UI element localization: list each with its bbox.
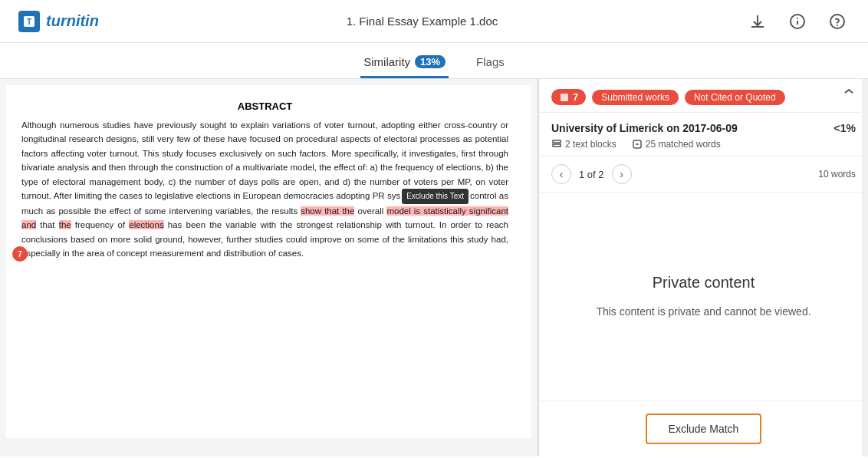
document-paragraph: Although numerous studies have previousl… [21,118,508,261]
svg-point-6 [837,25,838,26]
info-button[interactable] [785,9,810,34]
private-description: This content is private and cannot be vi… [596,304,810,320]
match-percent: <1% [834,122,856,134]
document-title: 1. Final Essay Example 1.doc [347,15,498,28]
abstract-heading: ABSTRACT [21,100,508,112]
collapse-button[interactable] [842,88,856,106]
next-page-button[interactable]: › [612,164,632,184]
tabs-bar: Similarity 13% Flags [0,43,868,79]
pagination-controls: ‹ 1 of 2 › [551,164,632,184]
help-button[interactable] [825,9,850,34]
svg-text:T: T [27,18,31,26]
main-content: 7 ABSTRACT Although numerous studies hav… [0,79,868,456]
logo: T turnitin [18,11,99,32]
highlight-4: elections [129,220,163,229]
match-count-tag[interactable]: 7 [551,89,586,105]
tab-similarity[interactable]: Similarity 13% [360,49,449,78]
match-meta: 2 text blocks 25 matched words [551,139,856,150]
exclude-match-button[interactable]: Exclude Match [646,414,762,444]
text-blocks-icon [551,139,562,150]
prev-page-button[interactable]: ‹ [551,164,571,184]
match-title: University of Limerick on 2017-06-09 [551,122,738,134]
svg-point-4 [797,18,798,19]
similarity-tab-label: Similarity [363,55,410,68]
words-count: 10 words [818,169,856,180]
match-info: University of Limerick on 2017-06-09 <1%… [539,113,868,157]
header-actions [745,9,850,34]
submitted-works-tag[interactable]: Submitted works [592,90,679,105]
svg-rect-9 [553,144,561,147]
header: T turnitin 1. Final Essay Example 1.doc [0,0,868,43]
exclude-section: Exclude Match [539,400,868,456]
svg-point-5 [830,15,844,28]
pagination: ‹ 1 of 2 › 10 words [539,157,868,193]
svg-rect-7 [561,94,568,101]
document-content: 7 ABSTRACT Although numerous studies hav… [6,85,531,438]
highlight-2: model is statistically significant and [21,206,508,229]
tooltip-exclude[interactable]: Exclude this Text [402,189,469,204]
matched-words-icon [632,139,643,150]
match-tags: 7 Submitted works Not Cited or Quoted [551,89,785,105]
flags-tab-label: Flags [476,55,505,68]
matched-words-meta: 25 matched words [632,139,721,150]
right-scrollbar-track[interactable] [862,79,868,456]
page-info: 1 of 2 [579,169,604,180]
private-title: Private content [653,274,755,292]
match-title-row: University of Limerick on 2017-06-09 <1% [551,122,856,134]
download-button[interactable] [745,9,770,34]
turnitin-logo-icon: T [18,11,40,32]
text-blocks-meta: 2 text blocks [551,139,616,150]
match-indicator[interactable]: 7 [12,246,28,262]
right-panel: 7 Submitted works Not Cited or Quoted Un… [538,79,868,456]
not-cited-tag[interactable]: Not Cited or Quoted [685,90,785,105]
logo-text: turnitin [46,12,99,30]
tab-flags[interactable]: Flags [473,49,508,78]
svg-rect-8 [553,140,561,143]
private-content-area: Private content This content is private … [539,193,868,400]
similarity-badge: 13% [415,55,446,68]
document-panel[interactable]: 7 ABSTRACT Although numerous studies hav… [0,79,538,456]
highlight-3: the [59,220,71,229]
match-header: 7 Submitted works Not Cited or Quoted [539,79,868,113]
highlight-1: show that the [301,206,354,216]
